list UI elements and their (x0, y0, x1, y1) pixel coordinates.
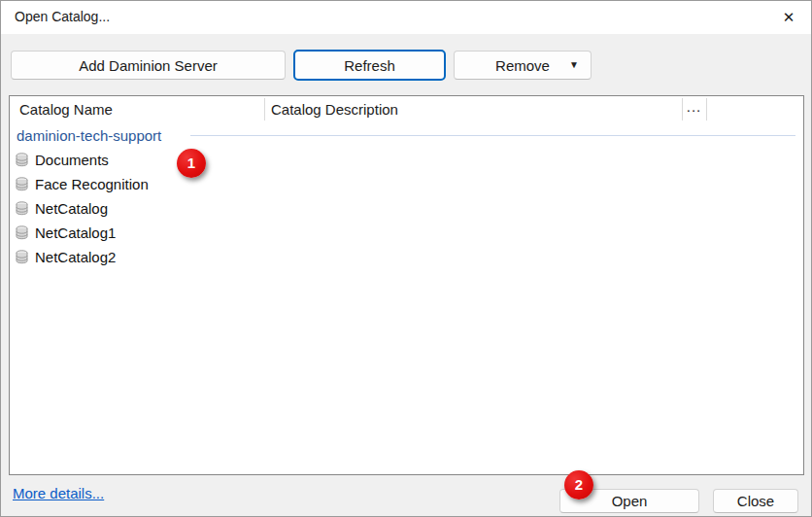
close-icon[interactable]: ✕ (774, 5, 803, 30)
annotation-step-2-badge: 2 (564, 470, 593, 500)
group-divider-line (190, 135, 795, 136)
table-row[interactable]: NetCatalog2 (10, 245, 803, 269)
remove-button[interactable]: Remove ▼ (454, 51, 592, 80)
catalog-name[interactable]: Face Recognition (35, 172, 149, 196)
dialog-title: Open Catalog... (15, 1, 110, 33)
catalog-table: Catalog Name Catalog Description ... dam… (9, 95, 804, 475)
annotation-step-1-badge: 1 (177, 149, 206, 178)
table-row[interactable]: Face Recognition (10, 172, 803, 196)
catalog-name[interactable]: NetCatalog1 (35, 221, 116, 245)
catalog-name[interactable]: Documents (35, 148, 109, 172)
server-group-label[interactable]: daminion-tech-support (17, 123, 161, 148)
database-icon (15, 250, 29, 264)
database-icon (15, 201, 29, 216)
column-header-catalog-name[interactable]: Catalog Name (19, 96, 113, 122)
catalog-name[interactable]: NetCatalog2 (35, 245, 116, 269)
catalog-name[interactable]: NetCatalog (35, 196, 108, 221)
titlebar: Open Catalog... ✕ (1, 1, 811, 34)
table-header: Catalog Name Catalog Description ... (10, 96, 803, 122)
close-button[interactable]: Close (713, 489, 798, 513)
database-icon (15, 177, 29, 191)
column-header-catalog-description[interactable]: Catalog Description (271, 96, 398, 122)
server-group-row[interactable]: daminion-tech-support (10, 123, 803, 148)
table-row[interactable]: NetCatalog1 (10, 221, 803, 245)
more-details-link[interactable]: More details... (13, 485, 104, 501)
table-row[interactable]: Documents (10, 148, 803, 172)
column-separator[interactable] (264, 98, 265, 121)
database-icon (15, 225, 29, 240)
add-daminion-server-button[interactable]: Add Daminion Server (11, 51, 286, 80)
table-row[interactable]: NetCatalog (10, 196, 803, 221)
column-separator[interactable] (706, 98, 707, 121)
column-header-more[interactable]: ... (682, 96, 706, 122)
remove-button-label: Remove (495, 57, 550, 74)
open-catalog-dialog: Open Catalog... ✕ Add Daminion Server Re… (0, 0, 812, 517)
refresh-button[interactable]: Refresh (293, 50, 446, 81)
database-icon (15, 153, 29, 167)
chevron-down-icon[interactable]: ▼ (569, 52, 579, 79)
